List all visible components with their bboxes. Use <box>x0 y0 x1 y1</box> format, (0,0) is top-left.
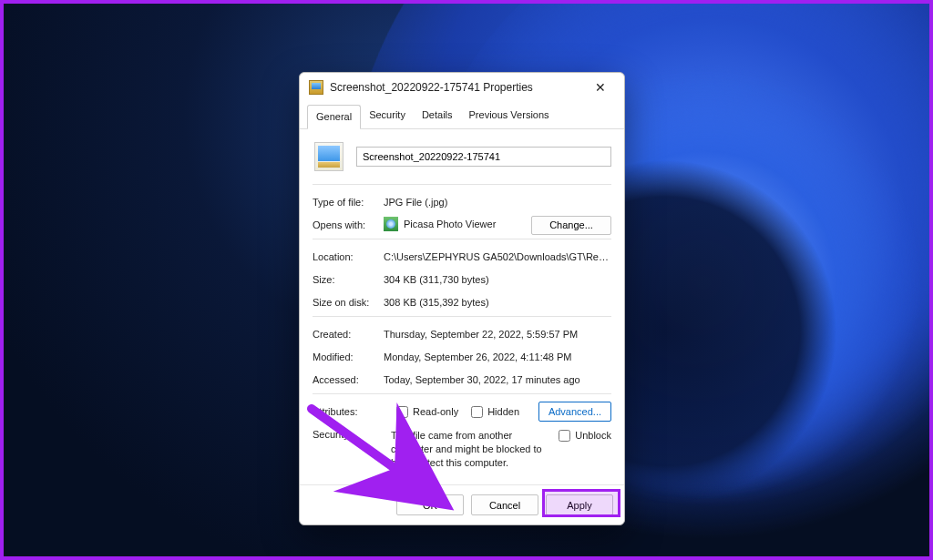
file-header <box>313 138 611 180</box>
label-modified: Modified: <box>313 351 384 362</box>
label-size-on-disk: Size on disk: <box>313 297 384 308</box>
value-type-of-file: JPG File (.jpg) <box>384 197 611 208</box>
advanced-button[interactable]: Advanced... <box>538 402 611 422</box>
label-type-of-file: Type of file: <box>313 197 384 208</box>
value-size-on-disk: 308 KB (315,392 bytes) <box>384 297 611 308</box>
separator <box>313 184 611 185</box>
value-accessed: Today, September 30, 2022, 17 minutes ag… <box>384 374 611 385</box>
separator <box>313 393 611 394</box>
row-created: Created: Thursday, September 22, 2022, 5… <box>313 324 611 344</box>
tab-details[interactable]: Details <box>414 104 461 128</box>
row-attributes: Attributes: Read-only Hidden Advanced... <box>313 402 611 422</box>
checkbox-hidden[interactable]: Hidden <box>471 406 519 418</box>
cancel-button[interactable]: Cancel <box>471 494 538 515</box>
unblock-label: Unblock <box>575 430 611 441</box>
filename-input[interactable] <box>356 147 611 167</box>
row-size: Size: 304 KB (311,730 bytes) <box>313 270 611 290</box>
titlebar[interactable]: Screenshot_20220922-175741 Properties ✕ <box>300 73 624 102</box>
value-created: Thursday, September 22, 2022, 5:59:57 PM <box>384 329 611 340</box>
read-only-label: Read-only <box>413 406 458 417</box>
dialog-body: Type of file: JPG File (.jpg) Opens with… <box>300 129 624 478</box>
separator <box>313 239 611 239</box>
row-size-on-disk: Size on disk: 308 KB (315,392 bytes) <box>313 292 611 312</box>
value-opens-with: Picasa Photo Viewer <box>384 217 531 233</box>
button-bar: OK Cancel Apply <box>300 484 624 524</box>
change-button[interactable]: Change... <box>531 216 611 235</box>
label-opens-with: Opens with: <box>313 219 384 230</box>
window-title: Screenshot_20220922-175741 Properties <box>330 81 582 94</box>
file-type-icon <box>309 80 323 95</box>
checkbox-unblock[interactable]: Unblock <box>559 430 611 442</box>
tab-label: General <box>316 111 352 122</box>
value-modified: Monday, September 26, 2022, 4:11:48 PM <box>384 351 611 362</box>
tab-previous-versions[interactable]: Previous Versions <box>461 104 558 128</box>
row-accessed: Accessed: Today, September 30, 2022, 17 … <box>313 370 611 390</box>
label-size: Size: <box>313 274 384 285</box>
row-security: Security: This file came from another co… <box>313 429 611 470</box>
row-type-of-file: Type of file: JPG File (.jpg) <box>313 192 611 212</box>
app-icon <box>384 217 398 231</box>
file-thumbnail-icon <box>314 142 343 171</box>
read-only-checkbox-input[interactable] <box>396 406 408 418</box>
value-location: C:\Users\ZEPHYRUS GA502\Downloads\GT\Red… <box>384 251 611 262</box>
opens-with-app-name: Picasa Photo Viewer <box>404 219 496 229</box>
separator <box>313 316 611 317</box>
row-location: Location: C:\Users\ZEPHYRUS GA502\Downlo… <box>313 247 611 267</box>
row-opens-with: Opens with: Picasa Photo Viewer Change..… <box>313 215 611 235</box>
tab-label: Security <box>369 109 405 120</box>
checkbox-read-only[interactable]: Read-only <box>396 406 458 418</box>
unblock-checkbox-input[interactable] <box>559 430 570 442</box>
apply-button[interactable]: Apply <box>546 494 613 515</box>
tab-label: Previous Versions <box>469 109 549 120</box>
close-button[interactable]: ✕ <box>582 75 619 100</box>
row-modified: Modified: Monday, September 26, 2022, 4:… <box>313 347 611 367</box>
tab-security[interactable]: Security <box>361 104 414 128</box>
close-icon: ✕ <box>595 80 606 95</box>
tab-strip: General Security Details Previous Versio… <box>300 102 624 129</box>
hidden-checkbox-input[interactable] <box>471 406 483 418</box>
label-accessed: Accessed: <box>313 374 384 385</box>
security-text: This file came from another computer and… <box>391 429 551 470</box>
ok-button[interactable]: OK <box>396 494 464 515</box>
hidden-label: Hidden <box>487 406 519 417</box>
tab-label: Details <box>422 109 453 120</box>
desktop-frame: Screenshot_20220922-175741 Properties ✕ … <box>0 0 933 560</box>
properties-dialog: Screenshot_20220922-175741 Properties ✕ … <box>299 72 625 525</box>
value-size: 304 KB (311,730 bytes) <box>384 274 611 285</box>
label-security: Security: <box>313 429 384 440</box>
tab-general[interactable]: General <box>307 105 361 129</box>
label-attributes: Attributes: <box>313 406 384 417</box>
label-created: Created: <box>313 329 384 340</box>
label-location: Location: <box>313 251 384 262</box>
